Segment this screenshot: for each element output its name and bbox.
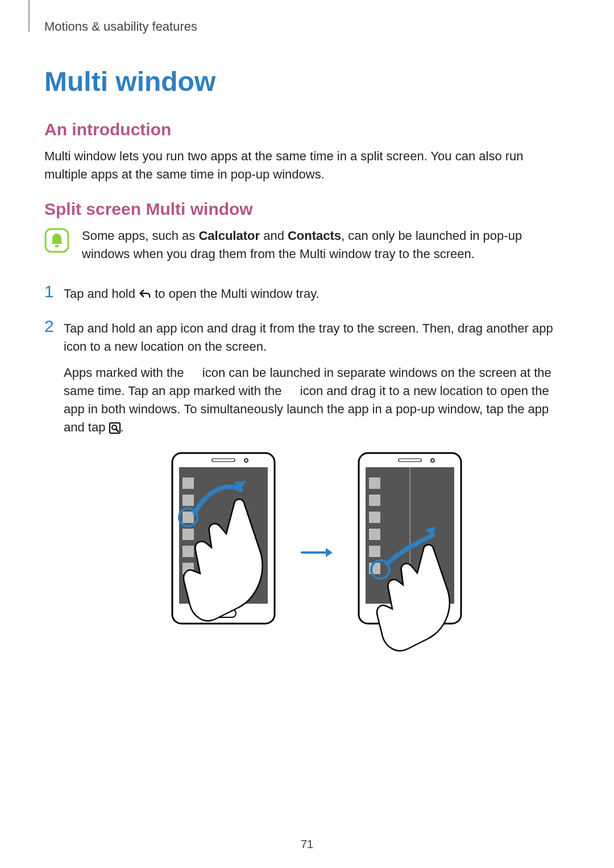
svg-rect-26 (369, 512, 380, 523)
page-number: 71 (0, 838, 614, 851)
note-callout: Some apps, such as Calculator and Contac… (44, 227, 570, 263)
note-bell-icon (44, 228, 69, 253)
step-2-p2-a: Apps marked with the (64, 366, 188, 380)
page-title: Multi window (44, 66, 570, 97)
popup-search-icon (109, 421, 121, 432)
step-1-body: Tap and hold to open the Multi window tr… (64, 283, 320, 303)
step-1-pre: Tap and hold (64, 286, 139, 301)
note-text: Some apps, such as Calculator and Contac… (82, 227, 570, 263)
breadcrumb: Motions & usability features (44, 19, 570, 34)
intro-body: Multi window lets you run two apps at th… (44, 147, 570, 184)
step-1: 1 Tap and hold to open the Multi window … (44, 283, 570, 303)
note-bold-contacts: Contacts (288, 229, 341, 243)
steps-list: 1 Tap and hold to open the Multi window … (44, 283, 570, 655)
step-number: 2 (44, 317, 64, 335)
svg-rect-11 (182, 529, 194, 540)
illustration-phone-1 (161, 450, 286, 655)
svg-rect-28 (369, 546, 380, 557)
svg-rect-27 (369, 529, 380, 540)
step-2-body: Tap and hold an app icon and drag it fro… (64, 317, 570, 654)
step-2-p2-d: . (121, 420, 124, 434)
split-heading: Split screen Multi window (44, 200, 570, 219)
arrow-between-icon (300, 546, 334, 559)
intro-heading: An introduction (44, 120, 570, 139)
svg-rect-10 (182, 512, 194, 523)
step-1-post: to open the Multi window tray. (155, 286, 319, 301)
svg-rect-25 (369, 495, 380, 506)
page-content: Motions & usability features Multi windo… (0, 0, 614, 655)
illustration-phone-2 (347, 450, 472, 655)
svg-rect-12 (182, 546, 194, 557)
note-text-pre: Some apps, such as (82, 229, 198, 243)
step-2-p1: Tap and hold an app icon and drag it fro… (64, 319, 570, 356)
note-text-mid: and (260, 229, 288, 243)
step-2: 2 Tap and hold an app icon and drag it f… (44, 317, 570, 654)
step-2-p2: Apps marked with the icon can be launche… (64, 364, 570, 437)
note-bold-calculator: Calculator (198, 229, 260, 243)
back-icon (139, 286, 151, 298)
svg-rect-24 (369, 477, 380, 489)
svg-rect-8 (182, 477, 194, 489)
svg-marker-18 (326, 548, 333, 557)
illustration-row (64, 450, 570, 655)
svg-rect-9 (182, 495, 194, 506)
svg-line-3 (116, 429, 118, 431)
page-margin-rule (28, 0, 30, 32)
step-number: 1 (44, 283, 64, 301)
